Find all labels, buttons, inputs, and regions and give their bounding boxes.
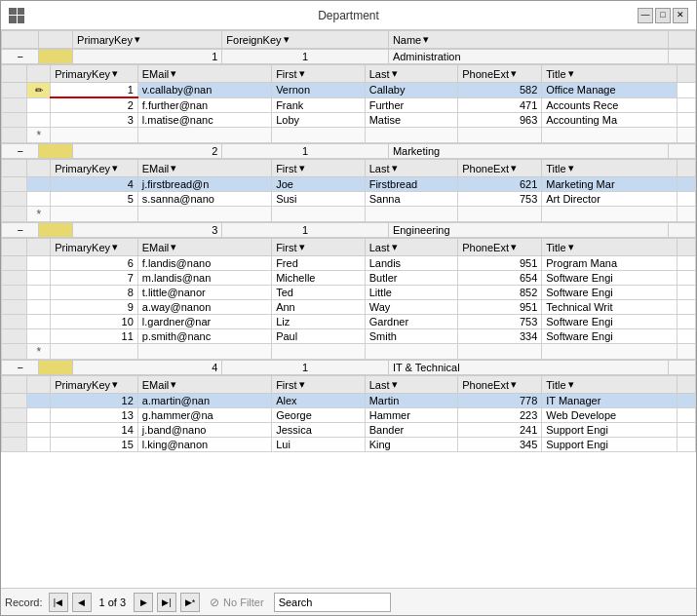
table-row[interactable]: 8 t.little@nanor Ted Little 852 Software… xyxy=(2,286,696,300)
group-3-inner-header: PrimaryKey▾ EMail▾ First▾ Last▾ PhoneExt… xyxy=(2,239,696,256)
maximize-button[interactable]: □ xyxy=(655,8,671,23)
group-4-header: − 4 1 IT & Technical xyxy=(2,361,696,375)
nav-next-button[interactable]: ▶ xyxy=(134,593,153,612)
table-row[interactable]: 2 f.further@nan Frank Further 471 Accoun… xyxy=(2,97,696,113)
filter-status: ⊘ No Filter xyxy=(210,596,264,609)
record-of: 1 of 3 xyxy=(99,597,127,608)
group-4-inner-header: PrimaryKey▾ EMail▾ First▾ Last▾ PhoneExt… xyxy=(2,376,696,394)
app-icon xyxy=(9,8,24,23)
outer-header-row: PrimaryKey ▾ ForeignKey ▾ Name ▾ xyxy=(2,31,696,49)
window-controls: — □ ✕ xyxy=(638,8,688,23)
table-row[interactable]: 7 m.landis@nan Michelle Butler 654 Softw… xyxy=(2,271,696,286)
main-window: Department — □ ✕ xyxy=(0,0,697,616)
record-label: Record: xyxy=(5,597,43,608)
table-row[interactable]: 14 j.band@nano Jessica Bander 241 Suppor… xyxy=(2,423,696,438)
group-2-inner-header: PrimaryKey▾ EMail▾ First▾ Last▾ PhoneExt… xyxy=(2,160,696,177)
new-row[interactable]: * xyxy=(2,207,696,222)
nav-first-button[interactable]: |◀ xyxy=(49,593,68,612)
table-row[interactable]: 9 a.way@nanon Ann Way 951 Technical Writ xyxy=(2,300,696,315)
group-2-header: − 2 1 Marketing xyxy=(2,144,696,159)
minimize-button[interactable]: — xyxy=(638,8,653,23)
group-4-expand[interactable]: − xyxy=(17,362,22,373)
table-row[interactable]: 10 l.gardner@nar Liz Gardner 753 Softwar… xyxy=(2,315,696,329)
g1-email-header[interactable]: EMail▾ xyxy=(142,67,267,80)
table-row[interactable]: 15 l.king@nanon Lui King 345 Support Eng… xyxy=(2,438,696,452)
new-row[interactable]: * xyxy=(2,344,696,360)
table-row[interactable]: 3 l.matise@nanc Loby Matise 963 Accounti… xyxy=(2,113,696,128)
nav-last-button[interactable]: ▶| xyxy=(157,593,176,612)
nav-prev-button[interactable]: ◀ xyxy=(72,593,92,612)
g1-title-header[interactable]: Title▾ xyxy=(546,67,673,80)
outer-name-header[interactable]: Name ▾ xyxy=(393,33,664,46)
group-1-inner-header: PrimaryKey▾ EMail▾ First▾ xyxy=(2,65,696,83)
group-1-header: − 1 1 Administration xyxy=(2,50,696,64)
group-1-expand[interactable]: − xyxy=(17,51,22,62)
table-row[interactable]: ✏ 1 v.callaby@nan Vernon Callaby 582 Off… xyxy=(2,83,696,98)
new-row[interactable]: * xyxy=(2,128,696,143)
group-3-header: − 3 1 Engineering xyxy=(2,223,696,238)
status-bar: Record: |◀ ◀ 1 of 3 ▶ ▶| ▶* ⊘ No Filter xyxy=(1,588,696,615)
g1-phone-header[interactable]: PhoneExt▾ xyxy=(462,67,537,80)
g1-last-header[interactable]: Last▾ xyxy=(369,67,454,80)
search-input[interactable] xyxy=(274,593,391,612)
window-title: Department xyxy=(318,9,379,22)
table-row[interactable]: 4 j.firstbread@n Joe Firstbread 621 Mark… xyxy=(2,177,696,192)
nav-new-button[interactable]: ▶* xyxy=(180,593,200,612)
g1-first-header[interactable]: First▾ xyxy=(276,67,361,80)
table-row[interactable]: 13 g.hammer@na George Hammer 223 Web Dev… xyxy=(2,408,696,423)
table-row[interactable]: 11 p.smith@nanc Paul Smith 334 Software … xyxy=(2,329,696,344)
filter-icon: ⊘ xyxy=(210,596,219,609)
group-2-expand[interactable]: − xyxy=(17,145,22,157)
table-row[interactable]: 5 s.sanna@nano Susi Sanna 753 Art Direct… xyxy=(2,192,696,207)
content-area[interactable]: PrimaryKey ▾ ForeignKey ▾ Name ▾ xyxy=(1,30,696,588)
title-bar: Department — □ ✕ xyxy=(1,1,696,30)
group-3-expand[interactable]: − xyxy=(17,224,22,236)
title-bar-left xyxy=(9,8,24,23)
close-button[interactable]: ✕ xyxy=(673,8,688,23)
outer-fk-header[interactable]: ForeignKey ▾ xyxy=(226,33,384,46)
table-row[interactable]: 12 a.martin@nan Alex Martin 778 IT Manag… xyxy=(2,394,696,408)
g1-pk-header[interactable]: PrimaryKey▾ xyxy=(55,67,134,80)
table-row[interactable]: 6 f.landis@nano Fred Landis 951 Program … xyxy=(2,256,696,271)
outer-pk-header[interactable]: PrimaryKey ▾ xyxy=(77,33,217,46)
